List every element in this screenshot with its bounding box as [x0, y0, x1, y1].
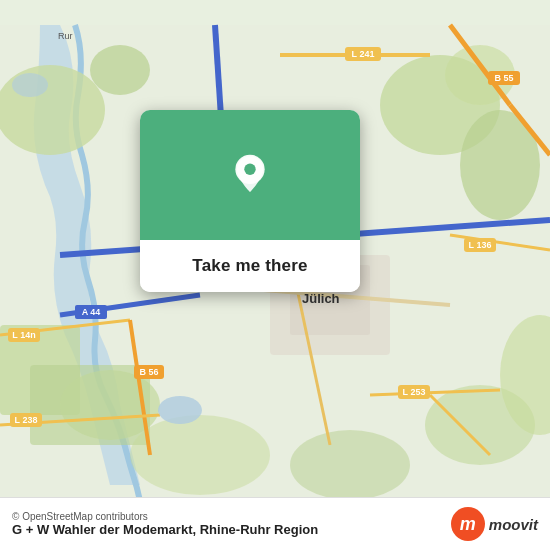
svg-point-54	[244, 164, 255, 175]
svg-point-52	[12, 73, 48, 97]
svg-text:B 55: B 55	[494, 73, 513, 83]
card-map-area	[140, 110, 360, 240]
svg-text:L 241: L 241	[352, 49, 375, 59]
take-me-there-button[interactable]: Take me there	[140, 240, 360, 292]
osm-credit: © OpenStreetMap contributors	[12, 511, 318, 522]
svg-text:B 56: B 56	[139, 367, 158, 377]
svg-point-9	[130, 415, 270, 495]
map-container: L 241 B 55 A A 44 A 44 L 136 L 14n B 56 …	[0, 0, 550, 550]
svg-point-51	[158, 396, 202, 424]
bottom-left: © OpenStreetMap contributors G + W Wahle…	[12, 511, 318, 537]
moovit-text: moovit	[489, 516, 538, 533]
svg-point-10	[290, 430, 410, 500]
svg-text:L 253: L 253	[403, 387, 426, 397]
svg-text:Rur: Rur	[58, 31, 73, 41]
svg-text:L 238: L 238	[15, 415, 38, 425]
svg-text:Jülich: Jülich	[302, 291, 340, 306]
moovit-m-icon: m	[451, 507, 485, 541]
svg-point-2	[90, 45, 150, 95]
info-card: Take me there	[140, 110, 360, 292]
bottom-bar: © OpenStreetMap contributors G + W Wahle…	[0, 497, 550, 550]
moovit-logo: m moovit	[451, 507, 538, 541]
svg-text:A 44: A 44	[82, 307, 101, 317]
location-pin-icon	[228, 153, 272, 197]
svg-text:L 14n: L 14n	[12, 330, 35, 340]
svg-text:L 136: L 136	[469, 240, 492, 250]
place-name: G + W Wahler der Modemarkt, Rhine-Ruhr R…	[12, 522, 318, 537]
